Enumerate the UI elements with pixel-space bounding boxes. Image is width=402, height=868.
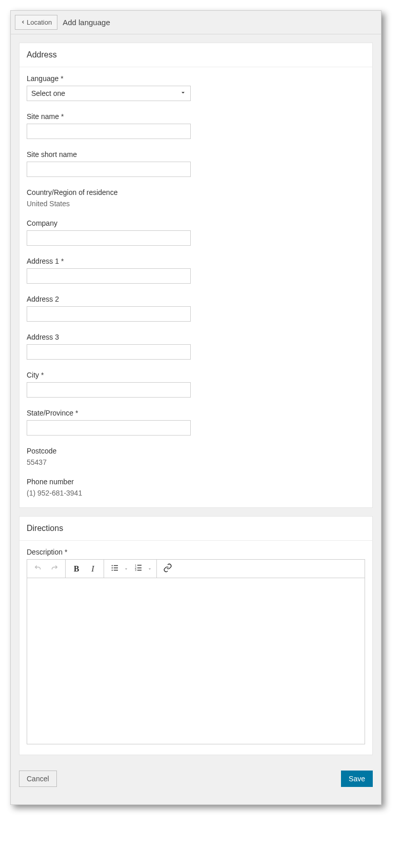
address2-label: Address 2 bbox=[27, 295, 365, 303]
content: Address Language * Select one Site name … bbox=[11, 34, 381, 804]
link-icon bbox=[163, 563, 172, 574]
site-short-name-field[interactable] bbox=[27, 162, 191, 177]
phone-value: (1) 952-681-3941 bbox=[27, 489, 365, 497]
redo-button[interactable] bbox=[47, 561, 62, 577]
address-card: Address Language * Select one Site name … bbox=[19, 43, 373, 508]
numbered-list-dropdown[interactable] bbox=[146, 566, 153, 571]
svg-rect-5 bbox=[114, 570, 118, 571]
link-button[interactable] bbox=[160, 561, 175, 577]
bullet-list-button[interactable] bbox=[107, 561, 123, 577]
city-label: City * bbox=[27, 371, 365, 379]
numbered-list-button[interactable]: 123 bbox=[131, 561, 146, 577]
save-button[interactable]: Save bbox=[341, 771, 373, 787]
postcode-value: 55437 bbox=[27, 458, 365, 466]
svg-point-1 bbox=[112, 567, 113, 568]
chevron-left-icon bbox=[21, 18, 26, 26]
undo-button[interactable] bbox=[30, 561, 46, 577]
back-button[interactable]: Location bbox=[15, 15, 57, 30]
svg-rect-11 bbox=[137, 570, 142, 571]
state-field[interactable] bbox=[27, 420, 191, 436]
numbered-list-icon: 123 bbox=[134, 563, 143, 574]
address1-field[interactable] bbox=[27, 268, 191, 284]
bold-icon: B bbox=[74, 564, 79, 574]
svg-rect-9 bbox=[137, 565, 142, 566]
site-name-label: Site name * bbox=[27, 112, 365, 121]
bullet-list-dropdown[interactable] bbox=[123, 566, 130, 571]
address-section-title: Address bbox=[19, 43, 372, 67]
state-label: State/Province * bbox=[27, 409, 365, 417]
cancel-button[interactable]: Cancel bbox=[19, 771, 57, 787]
italic-button[interactable]: I bbox=[85, 561, 100, 577]
city-field[interactable] bbox=[27, 382, 191, 398]
svg-rect-3 bbox=[114, 565, 118, 566]
topbar: Location Add language bbox=[11, 11, 381, 34]
description-field[interactable] bbox=[27, 578, 365, 742]
back-button-label: Location bbox=[27, 18, 52, 26]
italic-icon: I bbox=[91, 564, 94, 574]
address2-field[interactable] bbox=[27, 306, 191, 322]
country-value: United States bbox=[27, 200, 365, 208]
undo-icon bbox=[33, 563, 43, 574]
rich-text-editor: B I bbox=[27, 559, 365, 744]
description-label: Description * bbox=[27, 548, 365, 556]
svg-rect-10 bbox=[137, 567, 142, 568]
svg-point-2 bbox=[112, 569, 113, 570]
address3-field[interactable] bbox=[27, 344, 191, 360]
form-footer: Cancel Save bbox=[19, 763, 373, 796]
company-field[interactable] bbox=[27, 230, 191, 246]
country-label: Country/Region of residence bbox=[27, 188, 365, 196]
postcode-label: Postcode bbox=[27, 447, 365, 455]
editor-toolbar: B I bbox=[27, 560, 365, 578]
svg-rect-4 bbox=[114, 567, 118, 568]
bold-button[interactable]: B bbox=[69, 561, 84, 577]
company-label: Company bbox=[27, 219, 365, 227]
address1-label: Address 1 * bbox=[27, 257, 365, 265]
redo-icon bbox=[50, 563, 59, 574]
language-label: Language * bbox=[27, 74, 365, 83]
svg-text:3: 3 bbox=[135, 569, 136, 571]
directions-card: Directions Description * bbox=[19, 516, 373, 755]
directions-section-title: Directions bbox=[19, 517, 372, 541]
site-name-field[interactable] bbox=[27, 124, 191, 139]
phone-label: Phone number bbox=[27, 478, 365, 486]
language-select[interactable]: Select one bbox=[27, 86, 191, 101]
bullet-list-icon bbox=[110, 563, 119, 574]
address3-label: Address 3 bbox=[27, 333, 365, 341]
page-wrapper: Location Add language Address Language *… bbox=[10, 10, 381, 805]
svg-point-0 bbox=[112, 565, 113, 566]
page-title: Add language bbox=[63, 18, 110, 27]
site-short-name-label: Site short name bbox=[27, 150, 365, 159]
